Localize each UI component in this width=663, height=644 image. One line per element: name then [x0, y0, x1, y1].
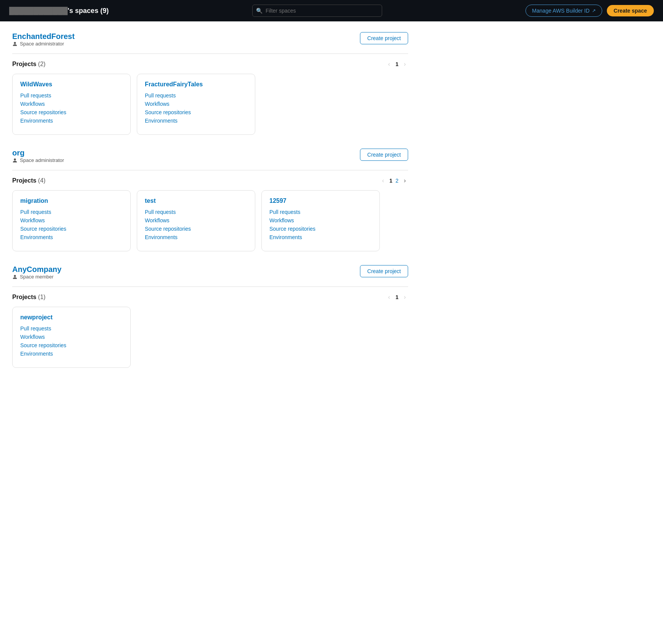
- project-link-source-repositories[interactable]: Source repositories: [20, 109, 123, 115]
- prev-page-button-org[interactable]: ‹: [380, 176, 386, 185]
- next-page-button-org[interactable]: ›: [402, 176, 408, 185]
- create-project-button-org[interactable]: Create project: [360, 149, 408, 161]
- manage-aws-builder-id-button[interactable]: Manage AWS Builder ID ↗: [525, 5, 602, 17]
- header: ████████████'s spaces (9) 🔍 Manage AWS B…: [0, 0, 663, 21]
- project-name-wildwaves[interactable]: WildWaves: [20, 81, 123, 88]
- external-link-icon: ↗: [592, 8, 596, 13]
- manage-btn-label: Manage AWS Builder ID: [532, 8, 589, 14]
- projects-grid-anycompany: newprojectPull requestsWorkflowsSource r…: [12, 307, 408, 368]
- project-link-pull-requests[interactable]: Pull requests: [269, 209, 372, 215]
- page-current-org: 1: [389, 178, 392, 184]
- project-link-source-repositories[interactable]: Source repositories: [145, 109, 247, 115]
- spaces-count: 's spaces (9): [68, 7, 109, 15]
- search-input[interactable]: [252, 5, 382, 17]
- project-link-pull-requests[interactable]: Pull requests: [20, 325, 123, 332]
- header-center: 🔍: [252, 5, 382, 17]
- space-name-enchanted-forest[interactable]: EnchantedForest: [12, 32, 75, 41]
- projects-bar-anycompany: Projects (1)‹1›: [12, 293, 408, 301]
- next-page-button-enchanted-forest[interactable]: ›: [402, 60, 408, 68]
- space-role-org: Space administrator: [12, 157, 64, 163]
- page-current-enchanted-forest: 1: [396, 61, 399, 67]
- projects-title-enchanted-forest: Projects (2): [12, 61, 45, 68]
- project-name-fracturedfairytales[interactable]: FracturedFairyTales: [145, 81, 247, 88]
- project-link-workflows[interactable]: Workflows: [269, 217, 372, 223]
- project-card-newproject: newprojectPull requestsWorkflowsSource r…: [12, 307, 131, 368]
- pagination-org: ‹12›: [380, 176, 408, 185]
- project-link-workflows[interactable]: Workflows: [20, 334, 123, 340]
- project-link-source-repositories[interactable]: Source repositories: [145, 226, 247, 232]
- project-card-wildwaves: WildWavesPull requestsWorkflowsSource re…: [12, 74, 131, 135]
- project-link-pull-requests[interactable]: Pull requests: [20, 209, 123, 215]
- projects-bar-org: Projects (4)‹12›: [12, 176, 408, 185]
- project-link-environments[interactable]: Environments: [269, 234, 372, 240]
- header-title: ████████████'s spaces (9): [9, 7, 109, 15]
- projects-count-anycompany: (1): [38, 294, 46, 300]
- person-icon: [12, 158, 18, 163]
- space-name-org[interactable]: org: [12, 149, 64, 157]
- project-link-workflows[interactable]: Workflows: [20, 217, 123, 223]
- project-card-test: testPull requestsWorkflowsSource reposit…: [137, 190, 255, 251]
- project-name-12597[interactable]: 12597: [269, 197, 372, 204]
- projects-grid-org: migrationPull requestsWorkflowsSource re…: [12, 190, 408, 251]
- project-link-workflows[interactable]: Workflows: [20, 101, 123, 107]
- project-link-workflows[interactable]: Workflows: [145, 217, 247, 223]
- divider: [12, 286, 408, 287]
- create-project-button-enchanted-forest[interactable]: Create project: [360, 32, 408, 44]
- project-link-workflows[interactable]: Workflows: [145, 101, 247, 107]
- create-space-button[interactable]: Create space: [607, 5, 654, 16]
- person-icon: [12, 41, 18, 47]
- project-link-pull-requests[interactable]: Pull requests: [145, 209, 247, 215]
- project-name-newproject[interactable]: newproject: [20, 314, 123, 321]
- project-link-environments[interactable]: Environments: [20, 234, 123, 240]
- space-header-anycompany: AnyCompanySpace memberCreate project: [12, 265, 408, 283]
- projects-bar-enchanted-forest: Projects (2)‹1›: [12, 60, 408, 68]
- project-link-source-repositories[interactable]: Source repositories: [269, 226, 372, 232]
- divider: [12, 170, 408, 170]
- project-link-pull-requests[interactable]: Pull requests: [145, 92, 247, 99]
- page-2-org[interactable]: 2: [396, 178, 399, 184]
- person-icon: [12, 274, 18, 280]
- project-card-12597: 12597Pull requestsWorkflowsSource reposi…: [261, 190, 380, 251]
- create-project-button-anycompany[interactable]: Create project: [360, 265, 408, 277]
- project-link-environments[interactable]: Environments: [20, 351, 123, 357]
- divider: [12, 53, 408, 54]
- projects-title-anycompany: Projects (1): [12, 294, 45, 301]
- projects-title-org: Projects (4): [12, 177, 45, 184]
- space-section-anycompany: AnyCompanySpace memberCreate projectProj…: [12, 265, 408, 368]
- header-right: Manage AWS Builder ID ↗ Create space: [525, 5, 654, 17]
- project-name-test[interactable]: test: [145, 197, 247, 204]
- page-current-anycompany: 1: [396, 294, 399, 300]
- space-role-label: Space administrator: [20, 157, 64, 163]
- space-role-label: Space administrator: [20, 41, 64, 47]
- space-section-enchanted-forest: EnchantedForestSpace administratorCreate…: [12, 32, 408, 135]
- header-left: ████████████'s spaces (9): [9, 7, 109, 15]
- next-page-button-anycompany[interactable]: ›: [402, 293, 408, 301]
- space-role-enchanted-forest: Space administrator: [12, 41, 75, 47]
- space-section-org: orgSpace administratorCreate projectProj…: [12, 149, 408, 251]
- projects-count-org: (4): [38, 177, 46, 184]
- pagination-enchanted-forest: ‹1›: [386, 60, 408, 68]
- prev-page-button-enchanted-forest[interactable]: ‹: [386, 60, 392, 68]
- project-name-migration[interactable]: migration: [20, 197, 123, 204]
- search-wrapper: 🔍: [252, 5, 382, 17]
- space-role-label: Space member: [20, 274, 53, 280]
- project-link-pull-requests[interactable]: Pull requests: [20, 92, 123, 99]
- main-content: EnchantedForestSpace administratorCreate…: [0, 21, 420, 392]
- projects-grid-enchanted-forest: WildWavesPull requestsWorkflowsSource re…: [12, 74, 408, 135]
- space-name-anycompany[interactable]: AnyCompany: [12, 265, 62, 274]
- pagination-anycompany: ‹1›: [386, 293, 408, 301]
- project-card-fracturedfairytales: FracturedFairyTalesPull requestsWorkflow…: [137, 74, 255, 135]
- space-header-enchanted-forest: EnchantedForestSpace administratorCreate…: [12, 32, 408, 50]
- project-link-environments[interactable]: Environments: [20, 118, 123, 124]
- space-role-anycompany: Space member: [12, 274, 62, 280]
- project-link-environments[interactable]: Environments: [145, 234, 247, 240]
- username-blurred: ████████████: [9, 7, 68, 15]
- project-link-environments[interactable]: Environments: [145, 118, 247, 124]
- prev-page-button-anycompany[interactable]: ‹: [386, 293, 392, 301]
- space-header-org: orgSpace administratorCreate project: [12, 149, 408, 167]
- project-link-source-repositories[interactable]: Source repositories: [20, 226, 123, 232]
- project-card-migration: migrationPull requestsWorkflowsSource re…: [12, 190, 131, 251]
- project-link-source-repositories[interactable]: Source repositories: [20, 342, 123, 348]
- projects-count-enchanted-forest: (2): [38, 61, 46, 67]
